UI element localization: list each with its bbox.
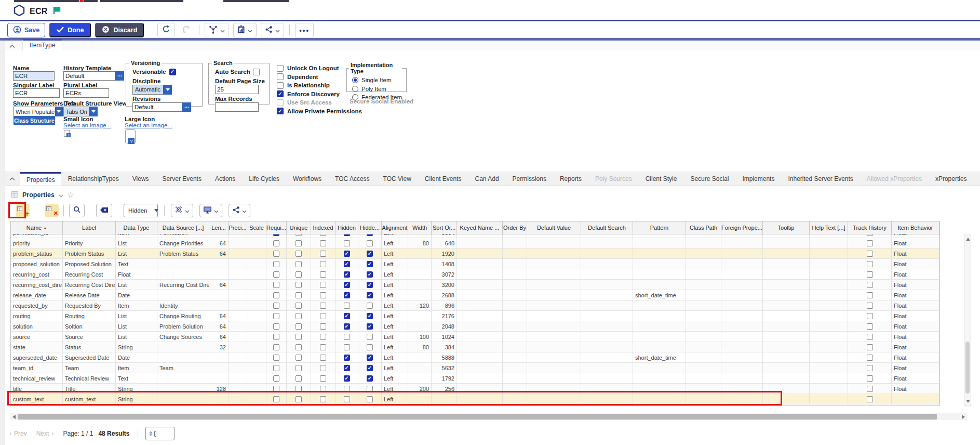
track_history-checkbox[interactable] xyxy=(867,355,873,361)
track_history-checkbox[interactable] xyxy=(867,292,873,298)
hidden-checkbox[interactable] xyxy=(344,251,350,257)
cell-requested-by-track_history[interactable] xyxy=(848,300,892,310)
requi-checkbox[interactable] xyxy=(273,282,279,288)
cell-source-unique[interactable] xyxy=(287,332,311,342)
hidden-checkbox[interactable] xyxy=(344,323,350,330)
cell-permission-id-unique[interactable] xyxy=(287,234,311,238)
cell-solution-indexed[interactable] xyxy=(311,321,335,331)
chevron-down-icon[interactable] xyxy=(59,190,63,200)
cell-release-date-indexed[interactable] xyxy=(311,290,335,300)
save-button[interactable]: Save xyxy=(7,23,45,37)
indexed-checkbox[interactable] xyxy=(320,323,326,330)
small-icon-link[interactable]: Select an image... xyxy=(63,122,111,128)
cell-routing-hidden2[interactable] xyxy=(358,311,382,321)
cell-proposed-solution-hidden[interactable] xyxy=(335,259,358,269)
cell-priority-requi[interactable] xyxy=(266,238,287,248)
max-records-input[interactable] xyxy=(215,102,259,112)
hidden2-checkbox[interactable] xyxy=(367,334,373,340)
tab-life-cycles[interactable]: Life Cycles xyxy=(248,172,280,186)
single-item-radio[interactable] xyxy=(352,77,358,83)
hidden2-checkbox[interactable] xyxy=(367,271,373,278)
tab-toc-access[interactable]: TOC Access xyxy=(334,172,370,186)
grid-row-technical-review[interactable]: technical_reviewTechnical ReviewTextLeft… xyxy=(11,373,939,384)
track_history-checkbox[interactable] xyxy=(867,334,873,340)
cell-superseded-date-unique[interactable] xyxy=(287,352,311,362)
hidden2-checkbox[interactable] xyxy=(367,323,373,330)
track_history-checkbox[interactable] xyxy=(867,396,873,402)
tab-server-events[interactable]: Server Events xyxy=(162,172,202,186)
hidden-checkbox[interactable] xyxy=(344,344,350,350)
revisions-input[interactable] xyxy=(132,102,182,112)
cell-proposed-solution-unique[interactable] xyxy=(287,259,311,269)
requi-checkbox[interactable] xyxy=(273,375,279,382)
unique-checkbox[interactable] xyxy=(296,251,302,257)
cell-source-track_history[interactable] xyxy=(848,332,892,342)
requi-checkbox[interactable] xyxy=(273,334,279,340)
track_history-checkbox[interactable] xyxy=(867,282,873,288)
unique-checkbox[interactable] xyxy=(296,271,302,278)
track_history-checkbox[interactable] xyxy=(867,251,873,257)
indexed-checkbox[interactable] xyxy=(320,251,326,257)
indexed-checkbox[interactable] xyxy=(320,292,326,298)
cell-team-id-hidden2[interactable] xyxy=(358,363,382,373)
cell-problem-status-unique[interactable] xyxy=(287,248,311,258)
cell-solution-track_history[interactable] xyxy=(848,321,892,331)
track_history-checkbox[interactable] xyxy=(867,303,873,309)
cell-source-indexed[interactable] xyxy=(311,332,335,342)
column-header-help-text[interactable]: Help Text [...] xyxy=(810,221,848,234)
cell-title-track_history[interactable] xyxy=(848,384,892,394)
grid-row-state[interactable]: stateStatusString32Left80384Float xyxy=(11,342,939,352)
track_history-checkbox[interactable] xyxy=(867,323,873,330)
cell-problem-status-hidden2[interactable] xyxy=(358,248,382,258)
collapse-form-icon[interactable] xyxy=(9,45,15,48)
search-grid-button[interactable] xyxy=(69,204,85,217)
tab-reports[interactable]: Reports xyxy=(559,172,582,186)
horizontal-scroll-thumb[interactable] xyxy=(18,414,937,420)
tab-properties[interactable]: Properties xyxy=(20,172,61,186)
cell-recurring-cost-direc-track_history[interactable] xyxy=(848,280,892,290)
requi-checkbox[interactable] xyxy=(273,323,279,330)
structure-browser-button[interactable] xyxy=(205,23,229,37)
cell-recurring-cost-indexed[interactable] xyxy=(311,269,335,279)
favorite-star-icon[interactable]: ☆ xyxy=(68,191,74,199)
cell-recurring-cost-direc-hidden[interactable] xyxy=(335,280,358,290)
cell-state-hidden[interactable] xyxy=(335,342,358,352)
unique-checkbox[interactable] xyxy=(296,355,302,361)
column-header-hidden[interactable]: Hidden xyxy=(335,221,358,234)
cell-routing-track_history[interactable] xyxy=(848,311,892,321)
cell-problem-status-indexed[interactable] xyxy=(311,248,335,258)
hidden-checkbox[interactable] xyxy=(344,282,350,288)
requi-checkbox[interactable] xyxy=(273,365,279,371)
tab-xproperties[interactable]: xProperties xyxy=(935,172,968,186)
refresh-button[interactable] xyxy=(157,23,175,37)
cell-problem-status-requi[interactable] xyxy=(266,248,287,258)
column-header-indexed[interactable]: Indexed xyxy=(311,221,335,234)
reports-button[interactable] xyxy=(233,23,257,37)
cell-permission-id-hidden2[interactable] xyxy=(358,234,382,238)
cell-proposed-solution-requi[interactable] xyxy=(266,259,287,269)
tab-views[interactable]: Views xyxy=(132,172,150,186)
grid-row-problem-status[interactable]: problem_statusProblem StatusListProblem … xyxy=(11,248,939,259)
cell-source-hidden2[interactable] xyxy=(358,332,382,342)
unique-checkbox[interactable] xyxy=(296,344,302,350)
auto-search-checkbox[interactable] xyxy=(253,69,260,75)
requi-checkbox[interactable] xyxy=(273,261,279,267)
cell-solution-requi[interactable] xyxy=(266,321,287,331)
discipline-select[interactable]: Automatic xyxy=(132,85,172,95)
cell-recurring-cost-direc-hidden2[interactable] xyxy=(358,280,382,290)
cell-source-requi[interactable] xyxy=(266,332,287,342)
hidden2-checkbox[interactable] xyxy=(367,303,373,309)
tab-secure-social[interactable]: Secure Social xyxy=(690,172,729,186)
is-relationship-checkbox[interactable] xyxy=(277,82,284,89)
column-header-pattern[interactable]: Pattern xyxy=(633,221,686,234)
cell-recurring-cost-hidden[interactable] xyxy=(335,269,358,279)
requi-checkbox[interactable] xyxy=(273,313,279,319)
goto-page-input[interactable]: ⇕ xyxy=(145,427,174,440)
plural-label-input[interactable] xyxy=(63,88,109,98)
column-header-alignment[interactable]: Alignment xyxy=(382,221,408,234)
more-actions-button[interactable] xyxy=(295,23,314,37)
hidden-filter-select[interactable]: Hidden xyxy=(124,204,158,217)
cell-permission-id-requi[interactable] xyxy=(266,234,287,238)
column-header-item-behavior[interactable]: Item Behavior xyxy=(892,221,939,234)
column-header-name[interactable]: Name▲ xyxy=(11,221,63,234)
